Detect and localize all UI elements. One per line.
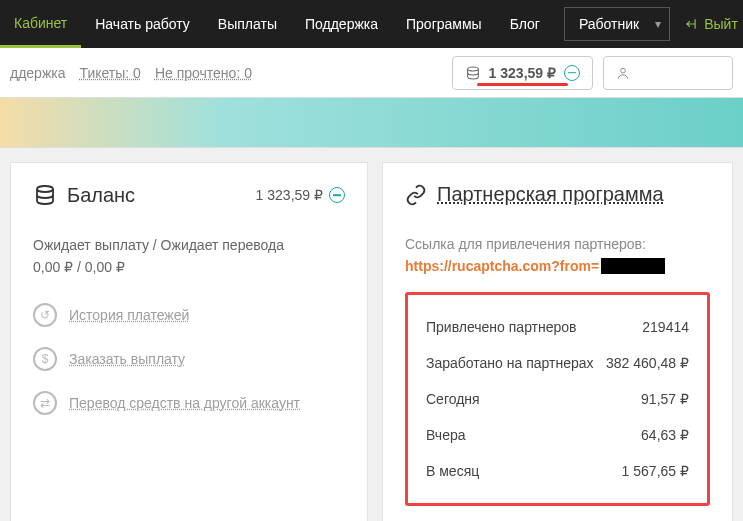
role-select[interactable]: Работник ▾ xyxy=(564,7,670,41)
stat-label: Вчера xyxy=(426,427,466,443)
history-link[interactable]: ↺ История платежей xyxy=(33,303,345,327)
history-label: История платежей xyxy=(69,307,189,323)
logout-label: Выйт xyxy=(704,16,738,32)
stat-label: Заработано на партнерах xyxy=(426,355,594,371)
nav-payouts[interactable]: Выплаты xyxy=(204,0,291,48)
top-nav: Кабинет Начать работу Выплаты Поддержка … xyxy=(0,0,743,48)
stat-row-earned: Заработано на партнерах 382 460,48 ₽ xyxy=(426,345,689,381)
sub-nav: ддержка Тикеты: 0 Не прочтено: 0 1 323,5… xyxy=(0,48,743,98)
stat-value: 1 567,65 ₽ xyxy=(622,463,689,479)
request-label: Заказать выплату xyxy=(69,351,185,367)
stat-label: Сегодня xyxy=(426,391,480,407)
stat-value: 219414 xyxy=(642,319,689,335)
balance-pill[interactable]: 1 323,59 ₽ xyxy=(452,56,593,90)
balance-card: Баланс 1 323,59 ₽ Ожидает выплату / Ожид… xyxy=(10,162,368,521)
nav-cabinet[interactable]: Кабинет xyxy=(0,0,81,48)
redacted-box xyxy=(601,258,665,274)
partner-stats-box: Привлечено партнеров 219414 Заработано н… xyxy=(405,292,710,506)
stat-label: Привлечено партнеров xyxy=(426,319,577,335)
link-icon xyxy=(405,184,427,206)
nav-blog[interactable]: Блог xyxy=(496,0,554,48)
stat-label: В месяц xyxy=(426,463,479,479)
banner-strip xyxy=(0,98,743,148)
balance-value: 1 323,59 ₽ xyxy=(256,187,323,203)
stat-row-today: Сегодня 91,57 ₽ xyxy=(426,381,689,417)
transfer-link[interactable]: ⇄ Перевод средств на другой аккаунт xyxy=(33,391,345,415)
logout-button[interactable]: Выйт xyxy=(684,16,738,32)
stat-row-referrals: Привлечено партнеров 219414 xyxy=(426,309,689,345)
partner-card: Партнерская программа Ссылка для привлеч… xyxy=(382,162,733,521)
request-payout-link[interactable]: $ Заказать выплату xyxy=(33,347,345,371)
user-pill[interactable] xyxy=(603,56,733,90)
svg-point-0 xyxy=(467,67,478,71)
dollar-icon: $ xyxy=(33,347,57,371)
logout-icon xyxy=(684,17,698,31)
stat-row-yesterday: Вчера 64,63 ₽ xyxy=(426,417,689,453)
role-label: Работник xyxy=(579,16,639,32)
balance-pill-value: 1 323,59 ₽ xyxy=(489,65,556,81)
nav-support[interactable]: Поддержка xyxy=(291,0,392,48)
chevron-down-icon: ▾ xyxy=(655,17,661,31)
transfer-icon: ⇄ xyxy=(33,391,57,415)
pending-value: 0,00 ₽ / 0,00 ₽ xyxy=(33,259,345,275)
coins-icon xyxy=(33,183,57,207)
tickets-link[interactable]: Тикеты: 0 xyxy=(80,65,141,81)
pending-label: Ожидает выплату / Ожидает перевода xyxy=(33,237,345,253)
user-icon xyxy=(616,66,630,80)
stat-value: 382 460,48 ₽ xyxy=(606,355,689,371)
stat-value: 91,57 ₽ xyxy=(641,391,689,407)
history-icon: ↺ xyxy=(33,303,57,327)
unread-link[interactable]: Не прочтено: 0 xyxy=(155,65,252,81)
minus-circle-icon[interactable] xyxy=(329,187,345,203)
sub-support-text: ддержка xyxy=(10,65,66,81)
ref-label: Ссылка для привлечения партнеров: xyxy=(405,236,710,252)
stat-row-month: В месяц 1 567,65 ₽ xyxy=(426,453,689,489)
svg-point-2 xyxy=(37,186,53,192)
svg-point-1 xyxy=(621,68,626,73)
nav-start[interactable]: Начать работу xyxy=(81,0,204,48)
minus-circle-icon xyxy=(564,65,580,81)
balance-title: Баланс xyxy=(67,184,135,207)
ref-link-text: https://rucaptcha.com?from= xyxy=(405,258,599,274)
transfer-label: Перевод средств на другой аккаунт xyxy=(69,395,300,411)
coins-icon xyxy=(465,65,481,81)
ref-link[interactable]: https://rucaptcha.com?from= xyxy=(405,258,710,274)
partner-title[interactable]: Партнерская программа xyxy=(437,183,664,206)
nav-programs[interactable]: Программы xyxy=(392,0,496,48)
stat-value: 64,63 ₽ xyxy=(641,427,689,443)
